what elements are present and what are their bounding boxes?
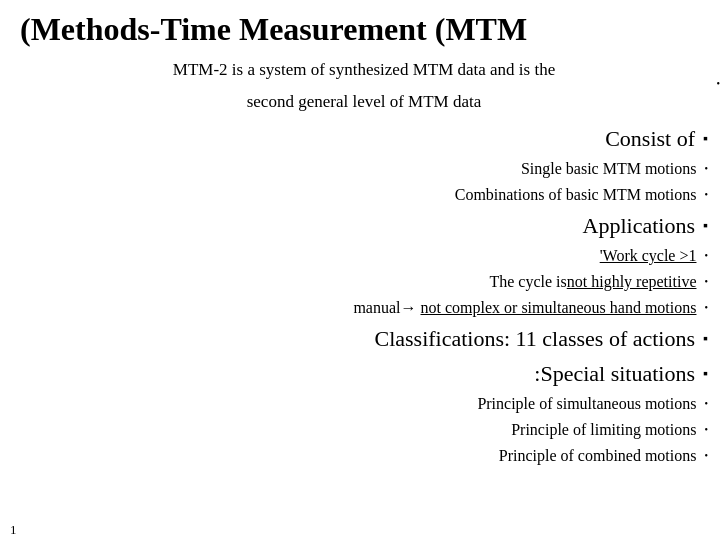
consist-sub-bullet-2: • — [704, 187, 708, 202]
slide: (Methods-Time Measurement (MTM • MTM-2 i… — [0, 0, 728, 546]
app-sub-item-3: manual→ not complex or simultaneous hand… — [20, 296, 708, 320]
special-sub-item-3-text: Principle of combined motions — [499, 444, 697, 468]
app-sub-item-1-text: 'Work cycle >1 — [600, 244, 697, 268]
special-sub-item-2-text: Principle of limiting motions — [511, 418, 696, 442]
consist-sub-item-2: Combinations of basic MTM motions • — [20, 183, 708, 207]
consist-of-bullet: ▪ — [703, 128, 708, 149]
slide-title: (Methods-Time Measurement (MTM — [20, 10, 708, 48]
content-area: Consist of ▪ Single basic MTM motions • … — [20, 122, 708, 468]
applications-label: Applications — [583, 209, 695, 242]
app-sub-bullet-2: • — [704, 274, 708, 289]
consist-of-item: Consist of ▪ — [20, 122, 708, 155]
special-situations-item: :Special situations ▪ — [20, 357, 708, 390]
consist-sub-item-1-text: Single basic MTM motions — [521, 157, 697, 181]
consist-sub-item-1: Single basic MTM motions • — [20, 157, 708, 181]
app-sub-item-2-text: The cycle isnot highly repetitive — [489, 270, 696, 294]
classifications-bullet: ▪ — [703, 328, 708, 349]
applications-item: Applications ▪ — [20, 209, 708, 242]
special-sub-bullet-3: • — [704, 448, 708, 463]
app-sub-item-1: 'Work cycle >1 • — [20, 244, 708, 268]
app-sub-bullet-3: • — [704, 300, 708, 315]
intro-bullet-marker: • — [716, 78, 720, 89]
consist-sub-bullet-1: • — [704, 161, 708, 176]
applications-bullet: ▪ — [703, 215, 708, 236]
page-number: 1 — [10, 522, 17, 538]
special-situations-label: :Special situations — [534, 357, 695, 390]
classifications-label: Classifications: 11 classes of actions — [374, 322, 695, 355]
special-sub-bullet-1: • — [704, 396, 708, 411]
intro-text-line2: second general level of MTM data — [20, 90, 708, 114]
special-sub-bullet-2: • — [704, 422, 708, 437]
special-sub-item-1: Principle of simultaneous motions • — [20, 392, 708, 416]
special-sub-item-2: Principle of limiting motions • — [20, 418, 708, 442]
special-situations-bullet: ▪ — [703, 363, 708, 384]
classifications-item: Classifications: 11 classes of actions ▪ — [20, 322, 708, 355]
special-sub-item-1-text: Principle of simultaneous motions — [477, 392, 696, 416]
special-sub-item-3: Principle of combined motions • — [20, 444, 708, 468]
app-sub-bullet-1: • — [704, 248, 708, 263]
app-sub-item-3-text: manual→ not complex or simultaneous hand… — [353, 296, 696, 320]
intro-text-line1: MTM-2 is a system of synthesized MTM dat… — [20, 58, 708, 82]
consist-sub-item-2-text: Combinations of basic MTM motions — [455, 183, 697, 207]
app-sub-item-2: The cycle isnot highly repetitive • — [20, 270, 708, 294]
consist-of-label: Consist of — [605, 122, 695, 155]
